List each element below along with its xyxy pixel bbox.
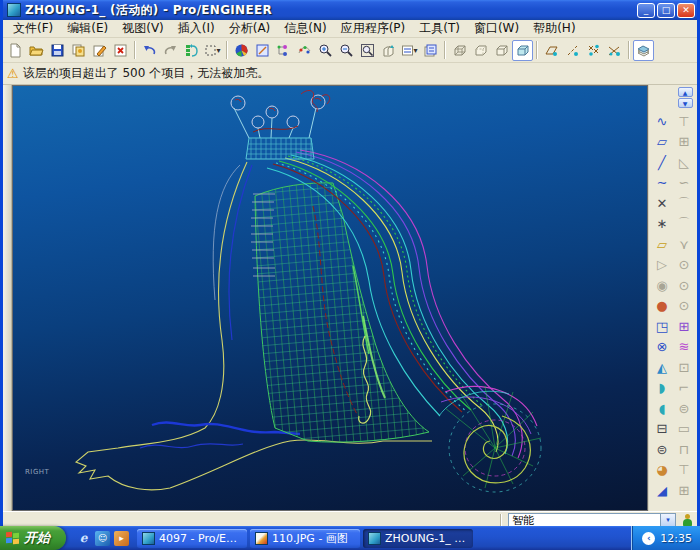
- right-toolbar: ▲ ▼ ∿⊤▱⊞╱◺∼∽✕⌒∗⌒▱⋎▷⊙◉⊙●⊙◳⊞⊗≋◭⊡◗⌐◖⊜⊟▭⊜⊓◕⊤…: [648, 85, 697, 511]
- menu-view[interactable]: 视图(V): [116, 20, 170, 37]
- render-tool-icon[interactable]: ◕: [651, 460, 673, 480]
- merge-tool-icon[interactable]: ⋎: [673, 234, 695, 254]
- appearance-tool-icon[interactable]: ●: [651, 296, 673, 316]
- extend-tool-icon[interactable]: ⊟: [651, 419, 673, 439]
- style-curve-icon[interactable]: ∿: [651, 111, 673, 131]
- ie-icon[interactable]: e: [76, 531, 91, 546]
- grid-tool-icon[interactable]: ⊞: [673, 480, 695, 500]
- pattern-tool-icon[interactable]: ⊗: [651, 337, 673, 357]
- copy-model-icon[interactable]: [68, 40, 89, 61]
- saved-views-icon[interactable]: ▾: [399, 40, 420, 61]
- wireframe-display-icon[interactable]: [449, 40, 470, 61]
- point-tool-icon[interactable]: ✕: [651, 193, 673, 213]
- offset-tool-icon[interactable]: ⊜: [651, 439, 673, 459]
- paint-task-icon: [255, 532, 268, 545]
- menu-info[interactable]: 信息(N): [278, 20, 332, 37]
- right-toolbar-grid: ∿⊤▱⊞╱◺∼∽✕⌒∗⌒▱⋎▷⊙◉⊙●⊙◳⊞⊗≋◭⊡◗⌐◖⊜⊟▭⊜⊓◕⊤◢⊞: [651, 111, 695, 501]
- feature-info-icon[interactable]: [294, 40, 315, 61]
- save-file-icon[interactable]: [47, 40, 68, 61]
- scroll-up-icon[interactable]: ▲: [678, 87, 693, 97]
- layers-icon[interactable]: [633, 40, 654, 61]
- render-style-icon[interactable]: [231, 40, 252, 61]
- datum-csys-toggle-icon[interactable]: [604, 40, 625, 61]
- taskbar-button-zhoung[interactable]: ZHOUNG-1_ (活动...: [363, 529, 473, 548]
- variable-round-icon[interactable]: ⊙: [673, 296, 695, 316]
- new-file-icon[interactable]: [5, 40, 26, 61]
- navigator-sash[interactable]: [3, 85, 12, 511]
- hiddenline-display-icon[interactable]: [470, 40, 491, 61]
- zoom-in-icon[interactable]: [315, 40, 336, 61]
- system-tray: ‹ 12:35: [631, 526, 700, 550]
- plane-create-icon[interactable]: ▱: [651, 234, 673, 254]
- shaded-display-icon[interactable]: [512, 40, 533, 61]
- intersect-tool-icon[interactable]: ⊓: [673, 439, 695, 459]
- auto-round-icon[interactable]: ⊙: [673, 275, 695, 295]
- redo-icon[interactable]: [160, 40, 181, 61]
- style-trace-icon[interactable]: ≋: [673, 337, 695, 357]
- spline-tool-icon[interactable]: ∼: [651, 173, 673, 193]
- window-controls: _ □ ✕: [637, 3, 695, 18]
- freeform-tool-icon[interactable]: ∽: [673, 173, 695, 193]
- close-button[interactable]: ✕: [677, 3, 695, 18]
- select-tool-icon[interactable]: ▷: [651, 255, 673, 275]
- style-surface-icon[interactable]: ⊞: [673, 316, 695, 336]
- menu-analysis[interactable]: 分析(A): [223, 20, 277, 37]
- menu-edit[interactable]: 编辑(E): [61, 20, 114, 37]
- boundary-blend-icon[interactable]: ◖: [651, 398, 673, 418]
- menu-applications[interactable]: 应用程序(P): [335, 20, 412, 37]
- solidify-tool-icon[interactable]: ▭: [673, 419, 695, 439]
- messenger-icon[interactable]: ☺: [95, 531, 110, 546]
- datum-axis-toggle-icon[interactable]: [562, 40, 583, 61]
- round-tool-icon[interactable]: ⊙: [673, 255, 695, 275]
- tray-chevron-icon[interactable]: ‹: [642, 532, 655, 545]
- scroll-down-icon[interactable]: ▼: [678, 98, 693, 108]
- refit-icon[interactable]: [357, 40, 378, 61]
- surface-tool-icon[interactable]: ◗: [651, 378, 673, 398]
- extrude-tool-icon[interactable]: ⊤: [673, 111, 695, 131]
- fill-tool-icon[interactable]: ⊞: [673, 132, 695, 152]
- close-window-icon[interactable]: [110, 40, 131, 61]
- reorient-icon[interactable]: [378, 40, 399, 61]
- open-file-icon[interactable]: [26, 40, 47, 61]
- datum-plane-toggle-icon[interactable]: [541, 40, 562, 61]
- line-tool-icon[interactable]: ╱: [651, 152, 673, 172]
- edit-model-icon[interactable]: [89, 40, 110, 61]
- taskbar-button-paint[interactable]: 110.JPG - 画图: [250, 529, 360, 548]
- selection-mode-icon[interactable]: ▾: [202, 40, 223, 61]
- view-manager-icon[interactable]: [420, 40, 441, 61]
- zoom-out-icon[interactable]: [336, 40, 357, 61]
- titlebar[interactable]: ZHOUNG-1_ (活动的) - Pro/ENGINEER _ □ ✕: [3, 0, 697, 20]
- menu-help[interactable]: 帮助(H): [527, 20, 581, 37]
- wrap-curve-icon[interactable]: ⌒: [673, 214, 695, 234]
- axis-tool-icon[interactable]: ∗: [651, 214, 673, 234]
- menu-window[interactable]: 窗口(W): [468, 20, 525, 37]
- project-curve-icon[interactable]: ⌒: [673, 193, 695, 213]
- thicken-tool-icon[interactable]: ⊜: [673, 398, 695, 418]
- minimize-button[interactable]: _: [637, 3, 655, 18]
- draft-tool-icon[interactable]: ◢: [651, 480, 673, 500]
- datum-plane-tool-icon[interactable]: ▱: [651, 132, 673, 152]
- trim-tool-icon[interactable]: ⊡: [673, 357, 695, 377]
- nohidden-display-icon[interactable]: [491, 40, 512, 61]
- sketch-view-icon[interactable]: [252, 40, 273, 61]
- mirror-tool-icon[interactable]: ⌐: [673, 378, 695, 398]
- media-player-icon[interactable]: ▸: [114, 531, 129, 546]
- chamfer-tool-icon[interactable]: ◺: [673, 152, 695, 172]
- menu-insert[interactable]: 插入(I): [172, 20, 221, 37]
- wireframe-model: [13, 86, 647, 511]
- text-feature-icon[interactable]: ⊤: [673, 460, 695, 480]
- model-tree-icon[interactable]: [273, 40, 294, 61]
- start-button[interactable]: 开始: [0, 526, 66, 550]
- undo-icon[interactable]: [139, 40, 160, 61]
- datum-point-toggle-icon[interactable]: [583, 40, 604, 61]
- menu-tools[interactable]: 工具(T): [413, 20, 466, 37]
- windows-logo-icon: [6, 532, 20, 545]
- taskbar-button-proe-browser[interactable]: 4097 - Pro/ENGIN...: [137, 529, 247, 548]
- maximize-button[interactable]: □: [657, 3, 675, 18]
- regenerate-icon[interactable]: [181, 40, 202, 61]
- menu-file[interactable]: 文件(F): [7, 20, 59, 37]
- visibility-tool-icon[interactable]: ◉: [651, 275, 673, 295]
- sweep-tool-icon[interactable]: ◭: [651, 357, 673, 377]
- graphics-viewport[interactable]: RIGHT: [12, 85, 648, 511]
- copy-geometry-icon[interactable]: ◳: [651, 316, 673, 336]
